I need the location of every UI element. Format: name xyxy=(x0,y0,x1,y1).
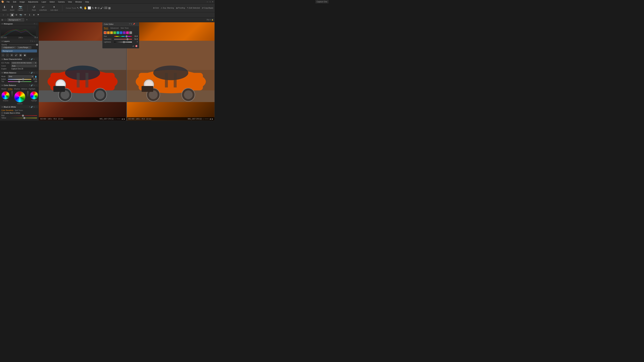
tool-info[interactable]: ℹ xyxy=(28,13,32,17)
menu-view[interactable]: View xyxy=(67,1,72,3)
bc-edit-icon[interactable]: ✎ xyxy=(33,58,35,60)
swatch-magenta[interactable] xyxy=(126,31,129,34)
cb-section-header[interactable]: ▼ Color Balance ? 🔗 ✎ ⋯ xyxy=(0,84,38,87)
adjustment-button[interactable]: ≡ Adjustment ▼ xyxy=(1,46,16,49)
opacity-slider-thumb[interactable] xyxy=(36,44,38,46)
add-layer-btn[interactable]: ＋ xyxy=(1,53,5,57)
export-button[interactable]: ⬆ Export xyxy=(9,4,16,11)
cursor-tool-gradient[interactable]: ▦ xyxy=(108,6,111,9)
wb-edit-icon[interactable]: ✎ xyxy=(33,72,35,74)
right-checkbox[interactable]: □ xyxy=(203,118,204,120)
right-arrow-left[interactable]: ◀ xyxy=(210,118,211,120)
mask-gradient-btn[interactable]: ▦ xyxy=(19,53,22,57)
wb-link-icon[interactable]: 🔗 xyxy=(31,72,33,74)
wb-section-header[interactable]: ▼ White Balance ? 🔗 ✎ ⋯ xyxy=(0,71,38,75)
bw-tab-sensitivity[interactable]: Color Sensitivity xyxy=(1,109,14,111)
cb-help-icon[interactable]: ? xyxy=(29,84,30,86)
ce-hue-slider[interactable] xyxy=(114,36,132,37)
layers-add-icon[interactable]: + xyxy=(34,40,35,42)
cursor-tool-brush[interactable]: 🖌 xyxy=(100,6,103,9)
swatch-orange[interactable] xyxy=(107,31,110,34)
tool-circle[interactable]: ○ xyxy=(1,13,5,17)
ce-lightness-slider[interactable] xyxy=(114,42,132,42)
add-layer-button[interactable]: ＋ xyxy=(26,18,28,21)
wb-mode-select[interactable]: Shot ▼ xyxy=(8,75,34,78)
bc-link-icon[interactable]: 🔗 xyxy=(31,58,33,60)
bw-section-header[interactable]: ▼ Black & White ? 🔗 ✎ ⋯ xyxy=(0,105,38,109)
bc-help-icon[interactable]: ? xyxy=(29,58,30,60)
ce-eyedropper-icon[interactable]: 🎯 xyxy=(135,45,138,47)
wb-kelvin-thumb[interactable] xyxy=(22,78,24,80)
menu-select[interactable]: Select xyxy=(49,1,55,3)
tool-rect[interactable]: □ xyxy=(6,13,10,17)
shadow-wheel[interactable] xyxy=(1,91,10,99)
exp-warning-button[interactable]: ⚠ Exp. Warning xyxy=(161,7,174,9)
import-button[interactable]: ⬇ Import xyxy=(1,4,8,11)
bw-menu-icon[interactable]: ⋯ xyxy=(36,106,37,108)
color-editor-header[interactable]: Color Editor ? ✎ 📌 ⋯ xyxy=(102,22,139,26)
ce-saturation-thumb[interactable] xyxy=(126,38,128,40)
cb-tab-3way[interactable]: 3-Way xyxy=(8,88,13,90)
cb-tab-master[interactable]: Master xyxy=(1,88,6,90)
bw-link-icon[interactable]: 🔗 xyxy=(31,106,33,108)
menu-adjustments[interactable]: Adjustments xyxy=(27,1,39,3)
swatch-green[interactable] xyxy=(113,31,116,34)
menu-edit[interactable]: Edit xyxy=(12,1,17,3)
bw-yellow-thumb[interactable] xyxy=(23,117,25,119)
swatch-cyan[interactable] xyxy=(116,31,119,34)
bc-menu-icon[interactable]: ⋯ xyxy=(36,58,37,60)
cursor-tool-zoom[interactable]: 🔍 xyxy=(80,6,83,9)
copy-apply-button[interactable]: ⇄ Copy/Apply xyxy=(202,7,213,9)
tool-active[interactable]: ◉ xyxy=(10,13,14,17)
left-arrow-right[interactable]: ▶ xyxy=(124,118,125,120)
ce-saturation-slider[interactable] xyxy=(114,39,132,39)
bc-section-header[interactable]: ▼ Base Characteristics ? 🔗 ✎ ⋯ xyxy=(0,57,38,61)
left-arrow-left[interactable]: ◀ xyxy=(122,118,123,120)
proofing-button[interactable]: ◑ Proofing xyxy=(176,7,185,9)
color-editor-pin-icon[interactable]: 📌 xyxy=(133,23,135,25)
histogram-help-icon[interactable]: ? xyxy=(34,23,35,25)
tool-flag[interactable]: ⚑ xyxy=(36,13,40,17)
cursor-tool-pan[interactable]: ✋ xyxy=(84,6,87,9)
cb-tab-shadow[interactable]: Shadow xyxy=(14,88,20,90)
cb-tab-midtone[interactable]: Midtone xyxy=(21,88,27,90)
cb-edit-icon[interactable]: ✎ xyxy=(33,84,35,86)
reset-button[interactable]: ↺ Reset xyxy=(31,4,37,11)
midtone-wheel[interactable] xyxy=(14,91,26,103)
swatch-gray[interactable] xyxy=(129,31,132,34)
cb-tab-highlight[interactable]: Highlight xyxy=(29,88,35,90)
undo-redo-button[interactable]: ↩ Undo/Redo xyxy=(38,4,48,11)
view-grid-icon[interactable]: ⊞ xyxy=(1,18,3,21)
mask-brush-btn[interactable]: 🖌 xyxy=(14,53,18,57)
cb-link-icon[interactable]: 🔗 xyxy=(31,84,33,86)
edit-selected-button[interactable]: ✎ Edit Selected xyxy=(187,7,200,9)
menu-camera[interactable]: Camera xyxy=(57,1,65,3)
ce-hue-thumb[interactable] xyxy=(126,35,128,37)
tool-eye[interactable]: 👁 xyxy=(23,13,27,17)
cursor-tool-erase[interactable]: ⌫ xyxy=(104,6,108,9)
background-layer[interactable]: Background xyxy=(1,49,37,52)
cursor-tool-heal[interactable]: ✚ xyxy=(94,6,97,9)
layers-section-header[interactable]: ▼ Layers ? ✎ + ⋯ xyxy=(0,39,38,43)
left-checkbox[interactable]: □ xyxy=(114,118,116,120)
swatch-blue[interactable] xyxy=(120,31,122,34)
swatch-yellow[interactable] xyxy=(110,31,113,34)
color-editor-menu-icon[interactable]: ⋯ xyxy=(136,23,138,25)
swatch-red[interactable] xyxy=(104,31,106,34)
highlight-wheel[interactable] xyxy=(30,91,38,99)
menu-help[interactable]: Help xyxy=(84,1,90,3)
ce-tab-skin-tone[interactable]: Skin Tone xyxy=(120,27,129,29)
right-arrow-right[interactable]: ▶ xyxy=(212,118,213,120)
icc-profile-select[interactable]: Canon EOS-M6 Mk2 Generic ▼ xyxy=(11,62,37,64)
grid-button[interactable]: ⊞ Grid xyxy=(153,7,159,9)
ce-reset-icon[interactable]: ⇄ xyxy=(132,45,134,47)
tool-settings[interactable]: ⚙ xyxy=(14,13,18,17)
bw-tab-split[interactable]: Split Tones xyxy=(15,109,23,111)
curve-select[interactable]: Auto ▼ xyxy=(11,65,37,67)
layers-help-icon[interactable]: ? xyxy=(30,40,31,42)
histogram-menu-icon[interactable]: ⋯ xyxy=(36,23,37,25)
ce-tab-advanced[interactable]: Advanced xyxy=(110,27,118,29)
layers-menu-icon[interactable]: ⋯ xyxy=(36,40,37,42)
cursor-tool-pointer[interactable]: ↖ xyxy=(77,6,79,9)
color-editor-help-icon[interactable]: ? xyxy=(129,23,130,25)
